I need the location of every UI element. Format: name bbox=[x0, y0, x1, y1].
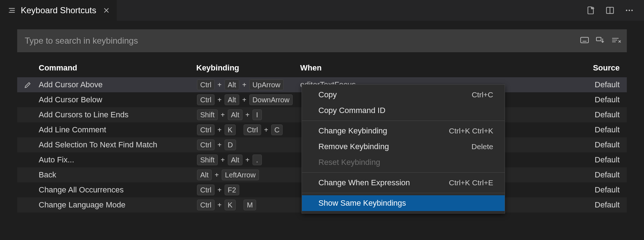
keycap: UpArrow bbox=[249, 79, 284, 90]
menu-separator bbox=[302, 121, 505, 121]
keycap: I bbox=[253, 109, 262, 120]
keycap: Shift bbox=[197, 155, 218, 165]
keycap: Ctrl bbox=[244, 124, 261, 135]
cell-source: Default bbox=[508, 110, 624, 119]
cell-source: Default bbox=[508, 155, 624, 165]
keycap: D bbox=[225, 139, 236, 150]
keycap: Ctrl bbox=[197, 200, 215, 210]
keycap: Ctrl bbox=[197, 124, 215, 135]
keycap: C bbox=[271, 124, 283, 135]
menu-item[interactable]: CopyCtrl+C bbox=[302, 87, 505, 103]
keycap: LeftArrow bbox=[222, 170, 259, 180]
col-command[interactable]: Command bbox=[39, 63, 196, 73]
cell-keybinding: Ctrl+D bbox=[196, 139, 300, 150]
cell-command: Auto Fix... bbox=[39, 155, 196, 165]
svg-rect-10 bbox=[581, 37, 588, 43]
menu-item-label: Copy Command ID bbox=[318, 106, 385, 115]
context-menu: CopyCtrl+CCopy Command IDChange Keybindi… bbox=[302, 84, 505, 214]
more-icon[interactable] bbox=[625, 6, 634, 15]
cell-source: Default bbox=[508, 185, 624, 195]
active-tab[interactable]: Keyboard Shortcuts bbox=[0, 0, 117, 21]
col-keybinding[interactable]: Keybinding bbox=[196, 63, 300, 73]
keycap: Ctrl bbox=[197, 79, 215, 90]
cell-command: Add Cursor Below bbox=[39, 95, 196, 104]
cell-keybinding: Shift+Alt+I bbox=[196, 109, 300, 120]
menu-item-shortcut: Ctrl+C bbox=[472, 90, 493, 99]
cell-keybinding: Shift+Alt+. bbox=[196, 155, 300, 165]
close-icon[interactable] bbox=[101, 5, 111, 15]
svg-rect-16 bbox=[596, 37, 601, 41]
menu-item-label: Change Keybinding bbox=[318, 126, 387, 136]
cell-source: Default bbox=[508, 140, 624, 150]
keycap: . bbox=[253, 155, 262, 165]
col-source[interactable]: Source bbox=[508, 63, 624, 73]
menu-separator bbox=[302, 193, 505, 193]
cell-command: Change All Occurrences bbox=[39, 185, 196, 195]
keycap: Alt bbox=[197, 170, 212, 180]
menu-item-label: Reset Keybinding bbox=[318, 158, 380, 167]
menu-item-label: Remove Keybinding bbox=[318, 142, 389, 151]
keycap: Shift bbox=[197, 109, 218, 120]
cell-command: Add Cursor Above bbox=[39, 80, 196, 89]
menu-item-label: Show Same Keybindings bbox=[318, 199, 406, 208]
tab-title: Keyboard Shortcuts bbox=[21, 5, 96, 15]
menu-item[interactable]: Change When ExpressionCtrl+K Ctrl+E bbox=[302, 175, 505, 191]
cell-source: Default bbox=[508, 95, 624, 104]
keycap: M bbox=[244, 200, 256, 210]
menu-item[interactable]: Copy Command ID bbox=[302, 103, 505, 118]
search-actions bbox=[580, 36, 621, 46]
cell-source: Default bbox=[508, 80, 624, 89]
menu-item[interactable]: Change KeybindingCtrl+K Ctrl+K bbox=[302, 123, 505, 139]
cell-command: Back bbox=[39, 170, 196, 180]
search-row bbox=[17, 29, 627, 52]
menu-separator bbox=[302, 172, 505, 173]
keycap: Ctrl bbox=[197, 94, 215, 105]
row-gutter bbox=[17, 80, 39, 89]
keycap: K bbox=[225, 124, 236, 135]
cell-keybinding: Ctrl+Alt+UpArrow bbox=[196, 79, 300, 90]
record-keys-icon[interactable] bbox=[580, 36, 589, 46]
cell-keybinding: Ctrl+Alt+DownArrow bbox=[196, 94, 300, 105]
cell-keybinding: Ctrl+KM bbox=[196, 200, 300, 210]
col-when[interactable]: When bbox=[300, 63, 508, 73]
search-input[interactable] bbox=[25, 36, 580, 46]
keycap: Alt bbox=[225, 94, 239, 105]
menu-item[interactable]: Remove KeybindingDelete bbox=[302, 139, 505, 155]
keycap: Ctrl bbox=[197, 185, 215, 195]
cell-source: Default bbox=[508, 170, 624, 180]
cell-command: Add Cursors to Line Ends bbox=[39, 110, 196, 119]
cell-keybinding: Alt+LeftArrow bbox=[196, 170, 300, 180]
keycap: Ctrl bbox=[197, 139, 215, 150]
menu-item[interactable]: Show Same Keybindings bbox=[302, 195, 505, 211]
menu-item-shortcut: Ctrl+K Ctrl+E bbox=[449, 178, 493, 187]
keycap: F2 bbox=[225, 185, 239, 195]
cell-source: Default bbox=[508, 200, 624, 210]
menu-item-shortcut: Delete bbox=[471, 142, 493, 151]
clear-filter-icon[interactable] bbox=[611, 36, 621, 46]
menu-item-label: Change When Expression bbox=[318, 178, 410, 187]
split-editor-icon[interactable] bbox=[605, 6, 615, 15]
menu-item: Reset Keybinding bbox=[302, 155, 505, 170]
keycap: Alt bbox=[228, 155, 242, 165]
table-header: Command Keybinding When Source bbox=[17, 59, 627, 77]
list-icon bbox=[8, 6, 16, 14]
keycap: K bbox=[225, 200, 236, 210]
svg-point-9 bbox=[631, 10, 633, 11]
svg-point-7 bbox=[626, 10, 627, 11]
cell-command: Add Selection To Next Find Match bbox=[39, 140, 196, 150]
title-bar: Keyboard Shortcuts bbox=[0, 0, 644, 21]
svg-point-8 bbox=[629, 10, 630, 11]
cell-command: Change Language Mode bbox=[39, 200, 196, 210]
open-file-icon[interactable] bbox=[586, 6, 595, 15]
title-actions bbox=[586, 0, 644, 21]
keycap: DownArrow bbox=[249, 94, 293, 105]
cell-keybinding: Ctrl+KCtrl+C bbox=[196, 124, 300, 135]
keycap: Alt bbox=[228, 109, 242, 120]
keycap: Alt bbox=[225, 79, 239, 90]
cell-source: Default bbox=[508, 125, 624, 134]
edit-icon[interactable] bbox=[24, 80, 32, 89]
sort-icon[interactable] bbox=[596, 36, 605, 46]
menu-item-shortcut: Ctrl+K Ctrl+K bbox=[449, 127, 493, 135]
cell-command: Add Line Comment bbox=[39, 125, 196, 134]
menu-item-label: Copy bbox=[318, 90, 337, 99]
